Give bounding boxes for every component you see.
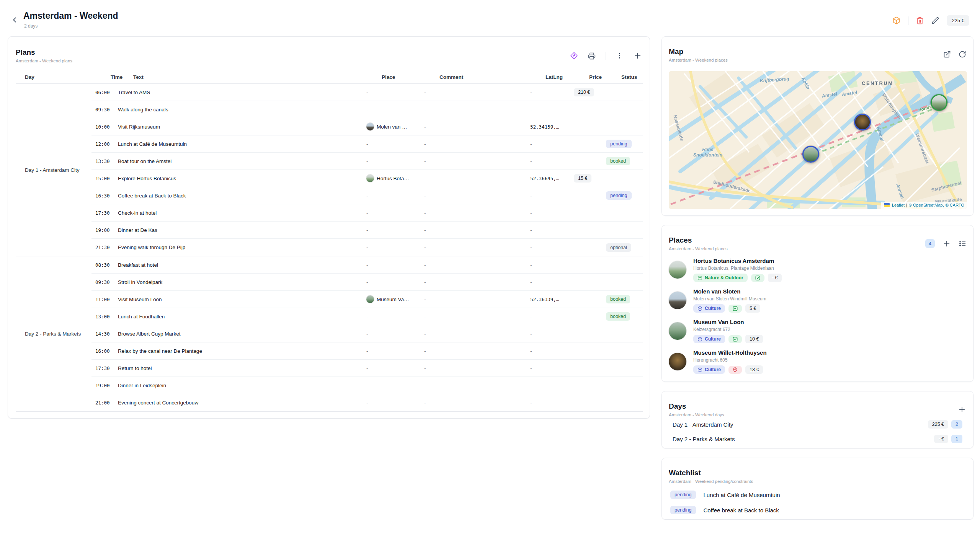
marker-museum-van-loon[interactable]	[802, 146, 819, 163]
places-count-badge: 4	[925, 239, 935, 248]
plan-text: Evening concert at Concertgebouw	[118, 400, 366, 406]
add-plan-icon[interactable]	[633, 51, 642, 60]
plan-place: -	[366, 90, 424, 95]
plan-row[interactable]: 16:30 Coffee break at Back to Black - - …	[91, 187, 643, 204]
plan-text: Visit Rijksmuseum	[118, 124, 366, 130]
print-icon[interactable]	[588, 52, 596, 60]
place-item[interactable]: Museum Willet-Holthuysen Herengracht 605…	[669, 346, 966, 377]
plan-row[interactable]: 16:00 Relax by the canal near De Plantag…	[91, 342, 643, 360]
plan-row[interactable]: 17:30 Return to hotel - - -	[91, 360, 643, 377]
kebab-menu-icon[interactable]	[616, 52, 623, 59]
page-title: Amsterdam - Weekend	[23, 11, 118, 21]
days-subtitle: Amsterdam - Weekend days	[669, 412, 966, 417]
plan-text: Boat tour on the Amstel	[118, 158, 366, 164]
map-attribution: Leaflet | © OpenStreetMap, © CARTO	[881, 202, 967, 209]
plan-price: 15 €	[574, 174, 606, 183]
plan-row[interactable]: 08:30 Breakfast at hotel - - -	[91, 256, 643, 274]
route-icon[interactable]	[570, 52, 578, 60]
cube-icon	[697, 337, 702, 342]
carto-link[interactable]: © CARTO	[946, 203, 964, 207]
map-canvas[interactable]: CENTRUMKrijtbergbrugRokinNassaukadeHans …	[669, 71, 967, 209]
trash-icon[interactable]	[916, 17, 924, 24]
plan-latlng: -	[530, 141, 574, 147]
leaflet-link[interactable]: Leaflet	[892, 203, 905, 207]
watchlist-row[interactable]: pending Coffee break at Back to Black	[669, 502, 966, 518]
place-category-badge: Culture	[693, 335, 725, 343]
place-thumbnail	[366, 174, 374, 182]
plan-comment: -	[424, 262, 530, 268]
plan-text: Walk along the canals	[118, 107, 366, 112]
day-row[interactable]: Day 1 - Amsterdam City 225 € 2	[669, 417, 966, 432]
status-badge: booked	[606, 295, 630, 303]
visited-check-icon[interactable]	[751, 274, 764, 282]
edit-pencil-icon[interactable]	[931, 17, 939, 24]
plan-text: Stroll in Vondelpark	[118, 279, 366, 285]
plan-row[interactable]: 13:00 Lunch at Foodhallen - - - booked	[91, 308, 643, 325]
visited-check-icon[interactable]	[728, 335, 742, 343]
divider	[908, 16, 908, 25]
place-price: 13 €	[745, 365, 763, 374]
add-place-icon[interactable]	[942, 240, 951, 248]
status-badge: booked	[606, 157, 630, 165]
plan-comment: -	[424, 210, 530, 216]
place-address: Molen van Sloten Windmill Museum	[693, 296, 766, 302]
status-badge: pending	[606, 191, 632, 200]
place-item[interactable]: Molen van Sloten Molen van Sloten Windmi…	[669, 285, 966, 316]
marker-hortus-botanicus[interactable]	[931, 94, 947, 111]
plan-row[interactable]: 06:00 Travel to AMS - - - 210 €	[91, 84, 643, 101]
plan-row[interactable]: 19:00 Dinner at De Kas - - -	[91, 222, 643, 239]
attr-separator: |	[906, 203, 907, 207]
place-thumbnail	[366, 123, 374, 130]
days-title: Days	[669, 402, 966, 411]
plan-day-group: Day 2 - Parks & Markets 08:30 Breakfast …	[16, 256, 643, 412]
places-header: Places Amsterdam - Weekend places 4	[662, 225, 973, 251]
plan-row[interactable]: 10:00 Visit Rijksmuseum Molen van … - 52…	[91, 118, 643, 135]
map-pin-icon[interactable]	[728, 366, 742, 374]
watch-text: Lunch at Café de Museumtuin	[704, 492, 780, 498]
plan-place: -	[366, 365, 424, 371]
plan-latlng: 52.34159,…	[530, 124, 574, 130]
map-subtitle: Amsterdam - Weekend places	[669, 58, 966, 62]
plan-row[interactable]: 17:30 Check-in at hotel - - -	[91, 204, 643, 222]
plan-comment: -	[424, 279, 530, 285]
add-day-icon[interactable]	[958, 405, 966, 414]
plan-row[interactable]: 21:00 Evening concert at Concertgebouw -…	[91, 394, 643, 411]
place-item[interactable]: Museum Van Loon Keizersgracht 672 Cultur…	[669, 316, 966, 346]
places-title: Places	[669, 236, 966, 245]
plan-time: 09:30	[91, 279, 118, 285]
back-icon[interactable]	[10, 15, 19, 24]
plan-place: -	[366, 245, 424, 250]
col-price: Price	[589, 74, 621, 80]
visited-check-icon[interactable]	[728, 305, 742, 313]
plan-row[interactable]: 14:30 Browse Albert Cuyp Market - - -	[91, 325, 643, 342]
plan-row[interactable]: 09:30 Walk along the canals - - -	[91, 101, 643, 118]
plan-comment: -	[424, 245, 530, 250]
plan-latlng: -	[530, 262, 574, 268]
day-plan-count: 2	[951, 420, 962, 429]
day-row[interactable]: Day 2 - Parks & Markets - € 1	[669, 432, 966, 446]
plans-header: Plans Amsterdam - Weekend plans Day Time…	[8, 37, 650, 412]
plan-row[interactable]: 13:30 Boat tour on the Amstel - - - book…	[91, 153, 643, 170]
page-header: Amsterdam - Weekend 2 days 225 €	[0, 0, 980, 34]
refresh-icon[interactable]	[959, 51, 966, 58]
day-price: - €	[934, 435, 948, 443]
plan-place: -	[366, 400, 424, 406]
plan-row[interactable]: 12:00 Lunch at Café de Museumtuin - - - …	[91, 135, 643, 153]
plan-comment: -	[424, 90, 530, 95]
plan-row[interactable]: 19:00 Dinner in Leidseplein - - -	[91, 377, 643, 394]
osm-link[interactable]: © OpenStreetMap,	[909, 203, 944, 207]
fullscreen-icon[interactable]	[943, 51, 951, 58]
day-label: Day 2 - Parks & Markets	[673, 436, 735, 442]
plan-latlng: -	[530, 210, 574, 216]
marker-museum-willet-holthuysen[interactable]	[854, 114, 871, 130]
plan-row[interactable]: 15:00 Explore Hortus Botanicus Hortus Bo…	[91, 170, 643, 187]
plan-row[interactable]: 11:00 Visit Museum Loon Museum Va… - 52.…	[91, 291, 643, 308]
days-header: Days Amsterdam - Weekend days	[662, 391, 973, 417]
package-icon[interactable]	[892, 16, 900, 24]
place-item[interactable]: Hortus Botanicus Amsterdam Hortus Botani…	[669, 254, 966, 285]
checklist-icon[interactable]	[959, 240, 966, 248]
plan-row[interactable]: 21:30 Evening walk through De Pijp - - -…	[91, 239, 643, 256]
plan-row[interactable]: 09:30 Stroll in Vondelpark - - -	[91, 274, 643, 291]
watchlist-row[interactable]: pending Lunch at Café de Museumtuin	[669, 487, 966, 502]
status-badge: booked	[606, 312, 630, 321]
